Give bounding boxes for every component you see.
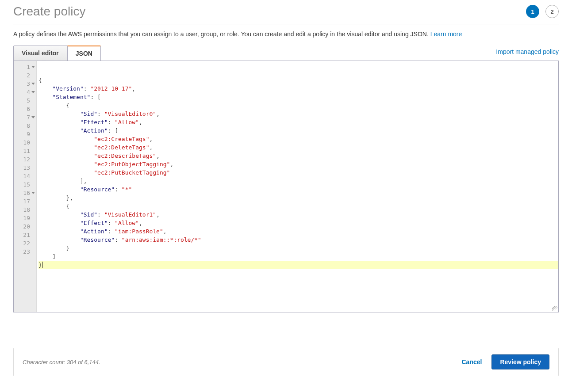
tabs-container: Visual editor JSON Import managed policy [13,46,559,61]
code-line[interactable]: { [38,101,558,110]
text-cursor-icon [42,262,42,268]
code-line[interactable]: ] [38,252,558,261]
gutter-line: 2 [14,71,36,80]
gutter-line: 14 [14,172,36,180]
gutter-line: 17 [14,197,36,206]
gutter-line: 10 [14,138,36,147]
gutter-line: 9 [14,130,36,138]
step-2[interactable]: 2 [545,5,559,18]
page-header: Create policy 1 2 [13,4,559,24]
gutter-line: 22 [14,239,36,247]
code-line[interactable]: { [38,202,558,210]
code-line[interactable]: "Action": [ [38,126,558,135]
code-line[interactable]: "ec2:DescribeTags", [38,152,558,160]
gutter-line: 18 [14,206,36,214]
gutter-line: 6 [14,105,36,113]
gutter-line: 20 [14,222,36,231]
editor-gutter: 1234567891011121314151617181920212223 [14,61,37,312]
json-editor[interactable]: 1234567891011121314151617181920212223 { … [13,61,559,312]
code-line[interactable]: "ec2:PutBucketTagging" [38,168,558,177]
gutter-line: 12 [14,155,36,164]
gutter-line: 13 [14,164,36,172]
code-line[interactable]: "Sid": "VisualEditor0", [38,110,558,118]
page-title: Create policy [13,4,85,19]
code-line[interactable]: } [38,261,558,269]
editor-code-area[interactable]: { "Version": "2012-10-17", "Statement": … [37,61,558,312]
gutter-line: 23 [14,247,36,256]
code-line[interactable]: }, [38,194,558,202]
gutter-line: 3 [14,80,36,88]
code-line[interactable]: ], [38,177,558,185]
footer-bar: Character count: 304 of 6,144. Cancel Re… [13,348,559,376]
code-line[interactable]: "ec2:PutObjectTagging", [38,160,558,168]
code-line[interactable]: "Resource": "*" [38,185,558,194]
gutter-line: 11 [14,147,36,155]
gutter-line: 1 [14,63,36,71]
learn-more-link[interactable]: Learn more [430,30,462,38]
gutter-line: 21 [14,231,36,239]
gutter-line: 7 [14,113,36,122]
footer-actions: Cancel Review policy [461,354,549,369]
review-policy-button[interactable]: Review policy [491,354,549,369]
code-line[interactable]: "ec2:CreateTags", [38,135,558,143]
code-line[interactable]: "ec2:DeleteTags", [38,143,558,152]
tab-json[interactable]: JSON [67,46,101,61]
tab-visual-editor[interactable]: Visual editor [13,46,67,61]
wizard-steps: 1 2 [526,5,559,18]
cancel-button[interactable]: Cancel [461,358,482,365]
gutter-line: 4 [14,88,36,96]
intro-text: A policy defines the AWS permissions tha… [13,30,559,38]
code-line[interactable]: "Sid": "VisualEditor1", [38,210,558,219]
code-line[interactable]: "Effect": "Allow", [38,219,558,227]
code-line[interactable]: } [38,244,558,252]
gutter-line: 19 [14,214,36,222]
code-line[interactable]: "Effect": "Allow", [38,118,558,126]
gutter-line: 8 [14,122,36,130]
import-managed-policy-link[interactable]: Import managed policy [496,48,559,58]
gutter-line: 5 [14,96,36,105]
resize-handle-icon[interactable] [552,306,557,311]
intro-description: A policy defines the AWS permissions tha… [13,30,430,38]
code-line[interactable]: "Resource": "arn:aws:iam::*:role/*" [38,236,558,244]
gutter-line: 15 [14,180,36,189]
code-line[interactable]: "Statement": [ [38,93,558,101]
code-line[interactable]: "Action": "iam:PassRole", [38,227,558,236]
step-1[interactable]: 1 [526,5,539,18]
tab-list: Visual editor JSON [13,46,101,61]
code-line[interactable]: "Version": "2012-10-17", [38,84,558,93]
code-line[interactable]: { [38,76,558,84]
gutter-line: 16 [14,189,36,197]
character-count: Character count: 304 of 6,144. [23,359,100,365]
